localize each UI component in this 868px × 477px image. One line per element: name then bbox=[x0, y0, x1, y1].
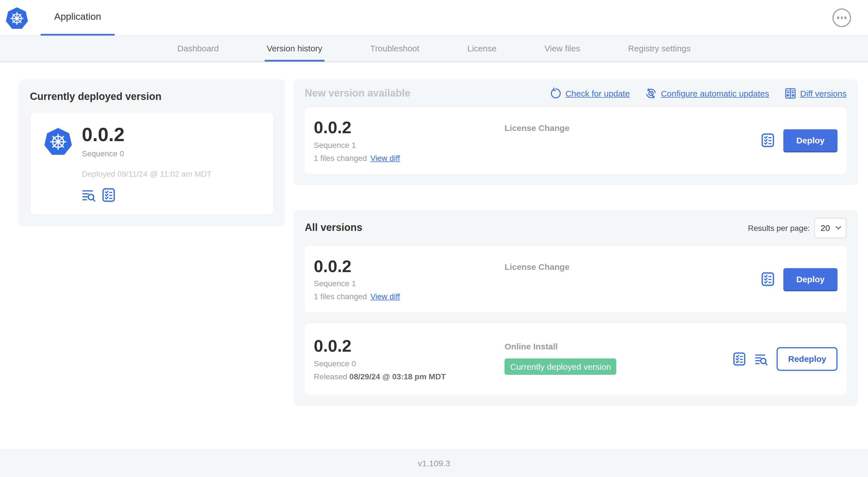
check-for-update-link[interactable]: Check for update bbox=[550, 88, 630, 99]
preflight-checks-button[interactable] bbox=[761, 272, 775, 286]
version-sequence: Sequence 0 bbox=[314, 359, 504, 368]
version-row: 0.0.2 Sequence 1 1 files changedView dif… bbox=[305, 246, 846, 312]
currently-deployed-card: 0.0.2 Sequence 0 Deployed 09/11/24 @ 11:… bbox=[30, 112, 274, 215]
tab-dashboard[interactable]: Dashboard bbox=[175, 36, 221, 62]
version-row: 0.0.2 Sequence 0 Released 08/29/24 @ 03:… bbox=[305, 324, 846, 394]
version-info: 0.0.2 Sequence 0 Released 08/29/24 @ 03:… bbox=[314, 337, 504, 381]
version-sequence: Sequence 1 bbox=[314, 140, 504, 149]
deployed-timestamp: Deployed 09/11/24 @ 11:02 am MDT bbox=[82, 169, 212, 178]
kubernetes-logo-icon bbox=[44, 126, 72, 157]
refresh-icon bbox=[550, 88, 561, 99]
files-changed: 1 files changedView diff bbox=[314, 292, 504, 301]
tab-license[interactable]: License bbox=[465, 36, 499, 62]
new-version-card: 0.0.2 Sequence 1 1 files changedView dif… bbox=[305, 107, 846, 174]
logs-icon bbox=[755, 352, 768, 366]
view-diff-link[interactable]: View diff bbox=[370, 153, 400, 162]
deploy-button[interactable]: Deploy bbox=[783, 129, 838, 152]
version-info: 0.0.2 Sequence 1 1 files changedView dif… bbox=[314, 257, 504, 301]
footer: v1.109.3 bbox=[0, 449, 868, 477]
version-actions: Deploy bbox=[761, 268, 838, 290]
all-versions-title: All versions bbox=[305, 222, 362, 234]
configure-automatic-updates-link[interactable]: Configure automatic updates bbox=[645, 88, 769, 99]
version-source: License Change bbox=[504, 123, 761, 133]
version-source: Online Install Currently deployed versio… bbox=[504, 341, 733, 375]
version-number: 0.0.2 bbox=[314, 119, 504, 136]
view-logs-button[interactable] bbox=[82, 188, 96, 202]
released-timestamp: Released 08/29/24 @ 03:18 pm MDT bbox=[314, 372, 504, 381]
top-bar: Application bbox=[0, 0, 868, 36]
version-actions: Deploy bbox=[761, 129, 838, 152]
all-versions-panel: All versions Results per page: 20 0.0.2 … bbox=[293, 210, 858, 406]
new-version-header: New version available Check for update C… bbox=[305, 88, 846, 99]
schedule-update-icon bbox=[645, 88, 657, 99]
currently-deployed-badge: Currently deployed version bbox=[504, 358, 617, 375]
ellipsis-icon bbox=[837, 17, 839, 19]
page: Application Dashboard Version history Tr… bbox=[0, 0, 868, 477]
results-per-page-label: Results per page: bbox=[748, 223, 810, 232]
console-version: v1.109.3 bbox=[417, 458, 450, 468]
new-version-title: New version available bbox=[305, 88, 410, 99]
preflight-checks-button[interactable] bbox=[761, 133, 775, 148]
preflight-checks-button[interactable] bbox=[101, 188, 116, 202]
view-logs-button[interactable] bbox=[755, 352, 768, 366]
more-options-button[interactable] bbox=[832, 8, 851, 27]
version-number: 0.0.2 bbox=[314, 257, 504, 275]
tab-version-history[interactable]: Version history bbox=[265, 36, 324, 62]
logs-icon bbox=[82, 188, 96, 202]
files-changed: 1 files changedView diff bbox=[314, 153, 504, 162]
deployed-actions bbox=[82, 188, 212, 202]
kubernetes-logo-icon bbox=[6, 5, 28, 30]
version-actions: Redeploy bbox=[733, 347, 838, 371]
redeploy-button[interactable]: Redeploy bbox=[777, 347, 838, 371]
chevron-down-icon bbox=[835, 226, 841, 230]
right-column: New version available Check for update C… bbox=[293, 80, 858, 406]
version-sequence: Sequence 1 bbox=[314, 279, 504, 288]
deployed-sequence: Sequence 0 bbox=[82, 149, 212, 158]
new-version-panel: New version available Check for update C… bbox=[293, 80, 858, 185]
nav-tabbar: Dashboard Version history Troubleshoot L… bbox=[0, 36, 868, 62]
tab-troubleshoot[interactable]: Troubleshoot bbox=[368, 36, 422, 62]
preflight-checks-button[interactable] bbox=[733, 352, 746, 366]
deployed-version-number: 0.0.2 bbox=[82, 125, 212, 144]
version-info: 0.0.2 Sequence 1 1 files changedView dif… bbox=[314, 119, 504, 162]
checklist-icon bbox=[761, 272, 775, 286]
header-links: Check for update Configure automatic upd… bbox=[550, 88, 846, 99]
results-per-page: Results per page: 20 bbox=[748, 218, 846, 238]
diff-icon bbox=[784, 88, 796, 99]
checklist-icon bbox=[733, 352, 746, 366]
tab-view-files[interactable]: View files bbox=[542, 36, 582, 62]
app-title-tab[interactable]: Application bbox=[41, 0, 115, 35]
version-number: 0.0.2 bbox=[314, 337, 504, 355]
app-logo bbox=[6, 0, 28, 35]
checklist-icon bbox=[101, 188, 116, 202]
currently-deployed-panel: Currently deployed version 0.0.2 Sequenc… bbox=[19, 80, 285, 226]
all-versions-header: All versions Results per page: 20 bbox=[305, 218, 846, 238]
topbar-spacer bbox=[115, 0, 832, 35]
version-source: License Change bbox=[504, 262, 761, 271]
currently-deployed-title: Currently deployed version bbox=[30, 91, 274, 103]
app-title: Application bbox=[54, 11, 101, 23]
view-diff-link[interactable]: View diff bbox=[370, 292, 400, 301]
deploy-button[interactable]: Deploy bbox=[783, 268, 838, 290]
diff-versions-link[interactable]: Diff versions bbox=[784, 88, 846, 99]
checklist-icon bbox=[761, 133, 775, 148]
results-per-page-select[interactable]: 20 bbox=[814, 218, 846, 238]
tab-registry-settings[interactable]: Registry settings bbox=[626, 36, 693, 62]
main-content: Currently deployed version 0.0.2 Sequenc… bbox=[0, 62, 868, 406]
